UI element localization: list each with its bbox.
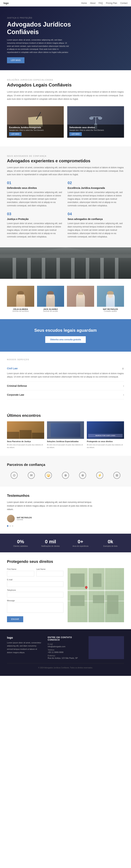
dot-1[interactable]: [7, 525, 8, 527]
legal-card-2-overlay: Defendendo seus direitos Sample text. Cl…: [67, 125, 124, 138]
legal-card-2-btn[interactable]: LER MAIS: [69, 132, 82, 136]
nav-pricing[interactable]: Pricing Plan: [106, 2, 117, 4]
legal-card-2-sub: Sample text. Click to select the Text El…: [69, 129, 122, 131]
testimonial-info: NAT REYNOLDS Gerente: [17, 517, 32, 521]
legal-card-1-btn[interactable]: LER MAIS: [9, 132, 22, 136]
team-section: CÉLIA ALMEIDA Gerente de escritório JACK…: [0, 279, 131, 319]
services-section: NOSSOS SERVIÇOS Civil Law ∨ Lorem ipsum …: [0, 352, 131, 406]
experienced-desc: Lorem ipsum dolor sit amet, consectetur …: [7, 166, 124, 177]
testimonial-footer: NAT REYNOLDS Gerente: [7, 515, 124, 523]
legal-title: Advogados Legais Confiáveis: [7, 82, 124, 88]
hero-section: JUSTIÇA E PROTEÇÃO Advogados Jurídicos C…: [0, 6, 131, 70]
team-name-2: JACK ÁLVAREZ: [37, 308, 64, 310]
dot-2[interactable]: [9, 525, 11, 527]
form-row-message: Message: [7, 599, 63, 613]
legal-cards: Excelência Jurídica Assegurada Sample te…: [7, 106, 124, 138]
legal-desc: Lorem ipsum dolor sit amet, consectetur …: [7, 90, 124, 101]
message-label: Message: [7, 599, 63, 601]
news-card-2: Soluções Jurídicas Especializadas At ver…: [47, 421, 84, 449]
submit-button[interactable]: ENVIAR: [7, 616, 23, 622]
partner-4: ⊕: [60, 471, 71, 480]
form-row-email: E-mail: [7, 579, 63, 587]
grid-item-1-num: 01: [7, 181, 63, 185]
nav-logo[interactable]: logo: [3, 2, 9, 4]
stat-1: 0% Clientes satisfeitos: [7, 539, 34, 547]
nav-contact[interactable]: Contact: [120, 2, 128, 4]
contact-layout: First Name Last Name E-mail Telephone Me…: [7, 568, 124, 622]
team-name-4: NAT REYNOLDS: [97, 308, 124, 310]
stat-label-4: Exemplos de êxito: [97, 545, 124, 547]
news-title-2: Soluções Jurídicas Especializadas: [47, 440, 84, 443]
footer-endereco-label: Endereço: [48, 655, 83, 657]
footer-grid: logo Lorem ipsum dolor sit amet, consect…: [7, 636, 124, 659]
grid-item-2-num: 02: [68, 181, 124, 185]
navbar: logo Home About FAQ Pricing Plan Contact: [0, 0, 131, 6]
dot-3[interactable]: [12, 525, 13, 527]
news-desc-3: At vero eos et accusam et justo duo dolo…: [87, 443, 124, 449]
footer-telefone: Telefone +55 11 9999-9999: [48, 649, 83, 653]
nav-links: Home About FAQ Pricing Plan Contact: [81, 2, 128, 4]
team-avatar-3: [67, 286, 94, 307]
grid-item-1-title: Defendendo seus direitos: [7, 187, 63, 189]
hero-tag: JUSTIÇA E PROTEÇÃO: [7, 17, 124, 19]
team-avatar-4: [97, 286, 124, 307]
footer-email-label: E-mail: [48, 643, 83, 645]
stat-num-3: 0+: [67, 539, 94, 545]
testimonial-dots: [7, 525, 124, 527]
contact-title: Protegendo seus direitos: [7, 559, 124, 564]
partner-7: ⊞: [111, 471, 122, 480]
footer-telefone-value[interactable]: +55 11 9999-9999: [48, 651, 83, 653]
form-row-phone: Telephone: [7, 589, 63, 597]
footer-email-value[interactable]: info@advogado.com: [48, 646, 83, 648]
news-desc-1: At vero eos et accusam et justo duo dolo…: [7, 443, 44, 449]
nav-about[interactable]: About: [90, 2, 95, 4]
stats-section: 0% Clientes satisfeitos 0 mil Notificaçõ…: [0, 534, 131, 552]
service-header-2[interactable]: Criminal Defense ›: [7, 384, 124, 388]
stat-label-1: Clientes satisfeitos: [7, 545, 34, 547]
hero-cta-btn[interactable]: LER MAIS: [7, 57, 25, 63]
cta-btn[interactable]: Obtenha uma consulta gratuita: [45, 336, 86, 343]
grid-item-4-desc: Lorem ipsum dolor sit amet, consectetur …: [68, 222, 124, 239]
grid-item-2-desc: Lorem ipsum dolor sit amet, consectetur …: [68, 191, 124, 208]
grid-item-1-desc: Lorem ipsum dolor sit amet, consectetur …: [7, 191, 63, 208]
team-name-1: CÉLIA ALMEIDA: [7, 308, 34, 310]
service-header-3[interactable]: Corporate Law ›: [7, 393, 124, 396]
team-card-1: CÉLIA ALMEIDA Gerente de escritório: [7, 286, 34, 312]
footer-desc: Lorem ipsum dolor sit amet, consectetur …: [7, 641, 42, 654]
partner-2: ✉: [26, 471, 36, 480]
grid-item-4-title: Seus advogados de confiança: [68, 218, 124, 220]
nav-faq[interactable]: FAQ: [99, 2, 103, 4]
experienced-section: SEUS ADVOGADOS DE CONFIANÇA Advogados ex…: [0, 146, 131, 247]
chevron-down-icon-1: ∨: [122, 367, 124, 370]
service-item-1: Civil Law ∨ Lorem ipsum dolor sit amet, …: [7, 364, 124, 381]
partners-section: Parceiros de confiança ⊙ ✉ 🔱 ⊕ ⊕ ⚡ ⊞: [0, 456, 131, 487]
footer-logo: logo: [7, 636, 42, 639]
team-avatar-2: [37, 286, 64, 307]
first-name-input[interactable]: [7, 571, 34, 577]
phone-label: Telephone: [7, 589, 63, 591]
nav-home[interactable]: Home: [81, 2, 87, 4]
legal-card-2-img: Defendendo seus direitos Sample text. Cl…: [67, 106, 124, 138]
news-card-3: MARCH FOR OUR LIVES Protegendo os seus d…: [87, 421, 124, 449]
experienced-tag: SEUS ADVOGADOS DE CONFIANÇA: [7, 155, 124, 157]
service-name-3: Corporate Law: [7, 393, 24, 396]
stats-grid: 0% Clientes satisfeitos 0 mil Notificaçõ…: [7, 539, 124, 547]
message-input[interactable]: [7, 602, 63, 613]
email-input[interactable]: [7, 581, 63, 587]
footer-copyright: © 2024 Advogados Jurídicos Confiáveis. T…: [38, 667, 93, 669]
footer-contact-title: Entre em contato conosco: [48, 636, 83, 641]
team-card-2: JACK ÁLVAREZ Gerente de vendas: [37, 286, 64, 312]
footer-col-3: [89, 636, 124, 659]
news-img-1: [7, 421, 44, 439]
team-card-3: [67, 286, 94, 312]
legal-card-1-img: Excelência Jurídica Assegurada Sample te…: [7, 106, 64, 138]
courthouse-banner: [0, 247, 131, 279]
phone-input[interactable]: [7, 592, 63, 597]
last-name-input[interactable]: [36, 571, 64, 577]
grid-item-4-num: 04: [68, 212, 124, 216]
experienced-title: Advogados experientes e comprometidos: [7, 158, 124, 163]
footer-col-2: Entre em contato conosco E-mail info@adv…: [48, 636, 83, 659]
news-img-2: [47, 421, 84, 439]
last-name-field: Last Name: [36, 568, 64, 577]
service-header-1[interactable]: Civil Law ∨: [7, 367, 124, 370]
